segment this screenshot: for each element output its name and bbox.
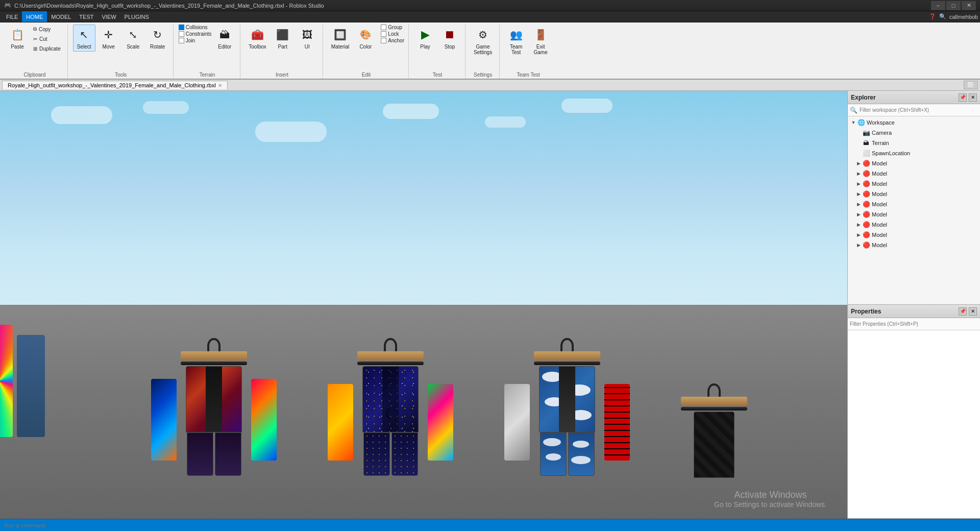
exit-game-button[interactable]: 🚪 ExitGame	[529, 25, 552, 57]
anchor-checkbox[interactable]	[381, 38, 386, 43]
group-check[interactable]: Group	[381, 25, 404, 30]
model6-arrow[interactable]: ▶	[855, 211, 862, 218]
team-test-button[interactable]: 👥 TeamTest	[505, 25, 527, 57]
tree-camera[interactable]: ▶ 📷 Camera	[855, 128, 980, 138]
cloud-3	[255, 122, 327, 142]
terrain-editor-button[interactable]: 🏔 Editor	[213, 25, 236, 52]
tree-terrain[interactable]: ▶ 🏔 Terrain	[855, 138, 980, 148]
tree-workspace[interactable]: ▼ 🌐 Workspace	[848, 117, 980, 128]
minimize-button[interactable]: −	[931, 1, 945, 10]
right-pant-2	[391, 432, 418, 476]
ribbon-content: 📋 Paste ⧉ Copy ✂ Cut ⊞ Duplicate	[0, 22, 980, 79]
jacket-center-2	[382, 367, 399, 432]
explorer-tree[interactable]: ▼ 🌐 Workspace ▶ 📷 Camera ▶ 🏔 Terrain	[848, 116, 980, 304]
tree-model-6[interactable]: ▶ 🔴 Model	[855, 209, 980, 220]
file-tab[interactable]: Royale_High_outfit_workshop_-_Valentines…	[2, 81, 228, 89]
explorer-close-button[interactable]: ✕	[969, 93, 977, 102]
constraints-checkbox[interactable]	[179, 31, 184, 37]
model4-arrow[interactable]: ▶	[855, 190, 862, 198]
tree-model-5[interactable]: ▶ 🔴 Model	[855, 199, 980, 209]
explorer-filter-input[interactable]	[860, 107, 978, 113]
collisions-check[interactable]: Collisions	[179, 25, 212, 30]
team-test-label: TeamTest	[510, 44, 522, 55]
model3-arrow[interactable]: ▶	[855, 180, 862, 187]
part-label: Part	[278, 44, 287, 50]
lock-check[interactable]: Lock	[381, 31, 404, 37]
model7-arrow[interactable]: ▶	[855, 221, 862, 228]
move-button[interactable]: ✛ Move	[97, 25, 120, 52]
select-icon: ↖	[76, 27, 92, 43]
properties-filter-input[interactable]	[850, 321, 978, 327]
close-button[interactable]: ✕	[962, 1, 976, 10]
pant-stars-2	[364, 433, 389, 475]
tree-model-3[interactable]: ▶ 🔴 Model	[855, 179, 980, 189]
tree-model-2[interactable]: ▶ 🔴 Model	[855, 168, 980, 179]
menu-file[interactable]: FILE	[2, 11, 22, 22]
tree-model-8[interactable]: ▶ 🔴 Model	[855, 230, 980, 240]
properties-pin-button[interactable]: 📌	[959, 307, 967, 316]
ribbon-group-tools: ↖ Select ✛ Move ⤡ Scale ↻ Rotate Tools	[69, 25, 174, 79]
join-checkbox[interactable]	[179, 38, 184, 43]
tree-model-4[interactable]: ▶ 🔴 Model	[855, 189, 980, 199]
color-button[interactable]: 🎨 Color	[354, 25, 377, 52]
stop-button[interactable]: ⏹ Stop	[438, 25, 461, 52]
tree-model-9[interactable]: ▶ 🔴 Model	[855, 240, 980, 250]
duplicate-button[interactable]: ⊞ Duplicate	[31, 44, 63, 53]
model2-arrow[interactable]: ▶	[855, 170, 862, 177]
menu-test[interactable]: TEST	[75, 11, 97, 22]
explorer-filter-bar[interactable]: 🔍	[848, 104, 980, 116]
model5-arrow[interactable]: ▶	[855, 201, 862, 208]
play-button[interactable]: ▶ Play	[414, 25, 436, 52]
model9-arrow[interactable]: ▶	[855, 242, 862, 249]
collisions-checkbox[interactable]	[179, 25, 184, 30]
menu-home[interactable]: HOME	[22, 11, 47, 22]
maximize-button[interactable]: □	[946, 1, 961, 10]
hanger-bar-4	[681, 407, 747, 411]
properties-filter-bar[interactable]	[848, 318, 980, 330]
model8-arrow[interactable]: ▶	[855, 231, 862, 238]
team-test-icon: 👥	[508, 27, 524, 43]
copy-icon: ⧉	[33, 26, 37, 32]
ui-button[interactable]: 🖼 UI	[296, 25, 318, 52]
cut-button[interactable]: ✂ Cut	[31, 35, 63, 43]
menu-model[interactable]: MODEL	[47, 11, 75, 22]
properties-section: Properties 📌 ✕	[848, 305, 980, 519]
terrain-checks: Collisions Constraints Join	[179, 25, 212, 43]
maximize-viewport-button[interactable]: ⬜	[964, 81, 978, 89]
user-account[interactable]: callmehbob	[949, 14, 978, 20]
tree-model-1[interactable]: ▶ 🔴 Model	[855, 158, 980, 168]
file-tab-close[interactable]: ✕	[218, 83, 222, 88]
titlebar: 🎮 C:\Users\girl\Downloads\Royale_High_ou…	[0, 0, 980, 11]
join-check[interactable]: Join	[179, 38, 212, 43]
group-checkbox[interactable]	[381, 25, 386, 30]
paste-button[interactable]: 📋 Paste	[6, 25, 29, 52]
menu-plugins[interactable]: PLUGINS	[120, 11, 153, 22]
viewport[interactable]: ☾	[0, 91, 847, 519]
toolbox-button[interactable]: 🧰 Toolbox	[246, 25, 269, 52]
tree-model-7[interactable]: ▶ 🔴 Model	[855, 220, 980, 230]
explorer-pin-button[interactable]: 📌	[959, 93, 967, 102]
anchor-check[interactable]: Anchor	[381, 38, 404, 43]
material-button[interactable]: 🔲 Material	[328, 25, 353, 52]
copy-button[interactable]: ⧉ Copy	[31, 25, 63, 34]
model1-arrow[interactable]: ▶	[855, 160, 862, 167]
ribbon-group-clipboard: 📋 Paste ⧉ Copy ✂ Cut ⊞ Duplicate	[2, 25, 68, 79]
scale-button[interactable]: ⤡ Scale	[122, 25, 144, 52]
side-shirt-orange	[328, 384, 353, 461]
workspace-arrow[interactable]: ▼	[850, 119, 857, 126]
properties-close-button[interactable]: ✕	[969, 307, 977, 316]
outfit-body-1	[186, 366, 242, 432]
constraints-check[interactable]: Constraints	[179, 31, 212, 37]
workspace-children: ▶ 📷 Camera ▶ 🏔 Terrain ▶ ⬜ SpawnLocation	[848, 128, 980, 250]
game-settings-button[interactable]: ⚙ GameSettings	[471, 25, 495, 57]
lock-checkbox[interactable]	[381, 31, 386, 37]
command-input[interactable]	[4, 522, 976, 528]
part-button[interactable]: ⬛ Part	[272, 25, 294, 52]
tree-spawnlocation[interactable]: ▶ ⬜ SpawnLocation	[855, 148, 980, 158]
model3-label: Model	[872, 181, 887, 187]
menu-view[interactable]: VIEW	[97, 11, 120, 22]
edit-group-label: Edit	[362, 72, 371, 78]
rotate-button[interactable]: ↻ Rotate	[146, 25, 169, 52]
select-button[interactable]: ↖ Select	[73, 25, 95, 52]
hanger-assembly-1	[151, 338, 277, 476]
